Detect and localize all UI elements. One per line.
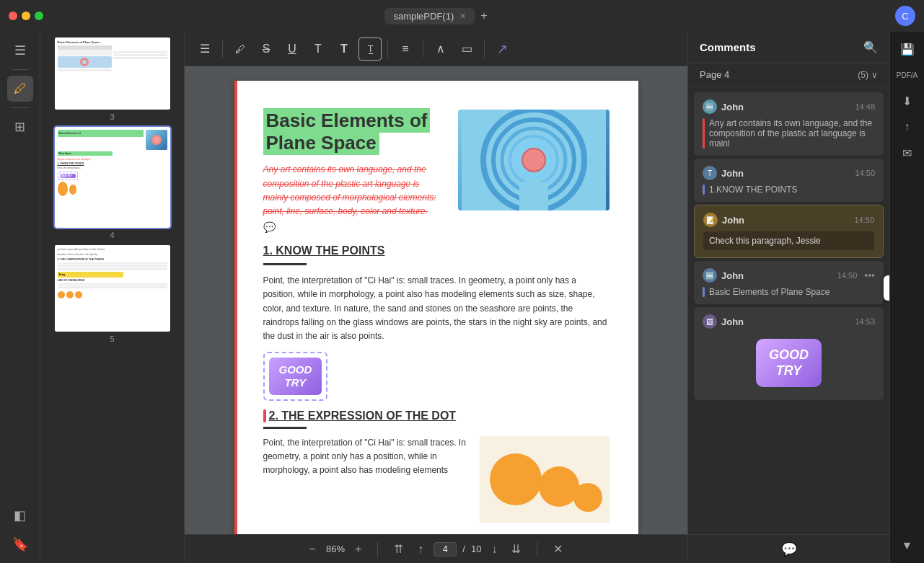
comment-3-author: John bbox=[722, 215, 744, 226]
sticker-dashed-border: GOODTRY bbox=[263, 352, 328, 401]
sidebar-icon-highlight[interactable]: 🖊 bbox=[7, 76, 33, 102]
chevron-down-icon: ∨ bbox=[871, 70, 878, 80]
pdf-image bbox=[458, 110, 610, 210]
svg-rect-7 bbox=[519, 182, 548, 210]
sidebar-icon-pages[interactable]: ☰ bbox=[7, 37, 33, 63]
section2-rule bbox=[263, 427, 307, 429]
comments-panel-bottom: 💬 bbox=[688, 534, 889, 563]
ri-email-icon[interactable]: ✉ bbox=[896, 141, 919, 164]
count-value: (5) bbox=[858, 70, 868, 80]
comment-3-avatar: 📝 bbox=[703, 213, 718, 227]
toolbar-btn-underline[interactable]: U bbox=[281, 37, 304, 61]
active-tab[interactable]: samplePDF(1) ✕ bbox=[384, 8, 475, 25]
title-line1: Basic Elements of bbox=[266, 110, 428, 131]
fullscreen-window-button[interactable] bbox=[35, 12, 43, 20]
comments-search-icon[interactable]: 🔍 bbox=[863, 40, 878, 54]
toolbar-btn-comment[interactable]: ☰ bbox=[193, 37, 216, 61]
toolbar-btn-text[interactable]: T bbox=[307, 37, 330, 61]
thumbnail-page-3[interactable]: Basic Elements of Plane Space bbox=[46, 37, 178, 121]
svg-point-9 bbox=[490, 453, 542, 505]
page-left-marker bbox=[234, 81, 237, 534]
zoom-in-button[interactable]: + bbox=[351, 540, 366, 559]
section1-body: Point, the interpretation of "Ci Hai" is… bbox=[263, 274, 610, 343]
nav-prev-button[interactable]: ↑ bbox=[413, 540, 428, 559]
titlebar: samplePDF(1) ✕ + C bbox=[0, 0, 924, 32]
bb-divider-2 bbox=[537, 542, 537, 557]
nav-last-button[interactable]: ⇊ bbox=[507, 539, 525, 559]
comment-4-more-icon[interactable]: ••• bbox=[864, 270, 875, 281]
toolbar-btn-strikethrough[interactable]: S bbox=[255, 37, 278, 61]
left-sidebar: ☰ 🖊 ⊞ ◧ 🔖 bbox=[0, 32, 40, 563]
comment-item-4[interactable]: 🔤 John 14:50 ••• Basic Elements of Plane… bbox=[694, 261, 884, 304]
traffic-lights bbox=[9, 12, 43, 20]
thumbnail-page-5[interactable]: we have 4 possible positions of the dot … bbox=[46, 245, 178, 343]
bottom-bar: − 86% + ⇈ ↑ / 10 ↓ ⇊ ✕ bbox=[185, 534, 687, 563]
user-avatar[interactable]: C bbox=[895, 6, 915, 26]
comments-header: Comments 🔍 bbox=[688, 32, 889, 63]
ri-pdfa-icon[interactable]: PDF/A bbox=[896, 63, 919, 87]
page-number-4: 4 bbox=[110, 231, 114, 239]
section1-rule bbox=[263, 263, 307, 265]
thumbnail-panel: Basic Elements of Plane Space bbox=[40, 32, 185, 563]
ri-save-icon[interactable]: 💾 bbox=[896, 37, 919, 61]
add-comment-icon[interactable]: 💬 bbox=[781, 541, 797, 557]
comment-4-header: 🔤 John 14:50 ••• bbox=[703, 268, 875, 283]
comment-item-2[interactable]: T John 14:50 1.KNOW THE POINTS bbox=[694, 159, 884, 202]
toolbar-divider-3 bbox=[423, 40, 423, 58]
zoom-out-button[interactable]: − bbox=[305, 540, 320, 559]
page-number-input[interactable] bbox=[434, 542, 457, 557]
toolbar-btn-rect[interactable]: ▭ bbox=[455, 37, 478, 61]
total-pages: 10 bbox=[471, 544, 481, 554]
toolbar-divider-1 bbox=[222, 40, 223, 58]
svg-point-6 bbox=[522, 148, 545, 172]
comment-4-avatar: 🔤 bbox=[703, 268, 717, 283]
comment-item-3[interactable]: 📝 John 14:50 Check this paragraph, Jessi… bbox=[694, 205, 884, 258]
toolbar-btn-list[interactable]: ≡ bbox=[394, 37, 417, 61]
section2-heading-text: 2. THE EXPRESSION OF THE DOT bbox=[269, 409, 457, 422]
toolbar-btn-text-frame[interactable]: T̲ bbox=[358, 37, 382, 61]
comment-2-avatar: T bbox=[703, 166, 717, 180]
comment-1-header: 🔤 John 14:48 bbox=[703, 99, 875, 114]
comment-4-body: Basic Elements of Plane Space bbox=[709, 287, 830, 297]
comment-5-header: 🖼 John 14:53 bbox=[703, 314, 875, 329]
tab-close-icon[interactable]: ✕ bbox=[459, 12, 466, 21]
delete-button[interactable]: Delete bbox=[884, 278, 889, 298]
sidebar-icon-bookmark[interactable]: 🔖 bbox=[7, 531, 33, 557]
comment-3-time: 14:50 bbox=[854, 216, 874, 224]
ri-expand-icon[interactable]: ▼ bbox=[896, 534, 919, 557]
sidebar-icon-layers[interactable]: ◧ bbox=[7, 502, 33, 528]
comment-item-5[interactable]: 🖼 John 14:53 GOODTRY bbox=[694, 307, 884, 400]
ri-download-icon[interactable]: ⬇ bbox=[896, 89, 919, 112]
svg-point-11 bbox=[573, 483, 602, 512]
comments-list: 🔤 John 14:48 Any art contains its own la… bbox=[688, 87, 889, 534]
toolbar-btn-pen[interactable]: 🖋 bbox=[229, 37, 252, 61]
tab-add-button[interactable]: + bbox=[480, 9, 487, 22]
comments-page-label: Page 4 bbox=[700, 69, 729, 80]
divider2 bbox=[12, 107, 29, 108]
sticker-goodtry: GOODTRY bbox=[269, 358, 322, 395]
close-button[interactable]: ✕ bbox=[549, 539, 567, 559]
comment-2-body: 1.KNOW THE POINTS bbox=[709, 185, 797, 195]
toolbar-btn-shape[interactable]: ∧ bbox=[429, 37, 452, 61]
section2-heading-row: 2. THE EXPRESSION OF THE DOT bbox=[263, 409, 610, 422]
ri-share-icon[interactable]: ↑ bbox=[896, 115, 919, 138]
section1-heading: 1. KNOW THE POINTS bbox=[263, 244, 610, 257]
toolbar-btn-text-bold[interactable]: T bbox=[333, 37, 356, 61]
comments-count[interactable]: (5) ∨ bbox=[858, 70, 878, 80]
pdf-title: Basic Elements of Plane Space bbox=[263, 110, 446, 154]
minimize-window-button[interactable] bbox=[22, 12, 30, 20]
nav-next-button[interactable]: ↓ bbox=[487, 540, 501, 559]
nav-first-button[interactable]: ⇈ bbox=[390, 539, 408, 559]
comment-3-body: Check this paragraph, Jessie bbox=[703, 231, 874, 250]
thumbnail-page-4[interactable]: Basic Elements of Plane Space Any art co… bbox=[46, 127, 178, 239]
comment-3-header: 📝 John 14:50 bbox=[703, 213, 874, 227]
pdf-title-col: Basic Elements of Plane Space Any art co… bbox=[263, 110, 446, 233]
comment-2-time: 14:50 bbox=[855, 169, 875, 177]
toolbar-btn-arrow[interactable]: ↗ bbox=[490, 37, 514, 61]
comment-item-1[interactable]: 🔤 John 14:48 Any art contains its own la… bbox=[694, 92, 884, 156]
app-body: ☰ 🖊 ⊞ ◧ 🔖 Basic Elements of Plane Space bbox=[0, 32, 924, 563]
close-window-button[interactable] bbox=[9, 12, 17, 20]
sidebar-icon-annotation[interactable]: ⊞ bbox=[7, 114, 33, 140]
bb-divider bbox=[377, 542, 378, 557]
comment-1-ref: Any art contains its own language, and t… bbox=[703, 118, 875, 148]
